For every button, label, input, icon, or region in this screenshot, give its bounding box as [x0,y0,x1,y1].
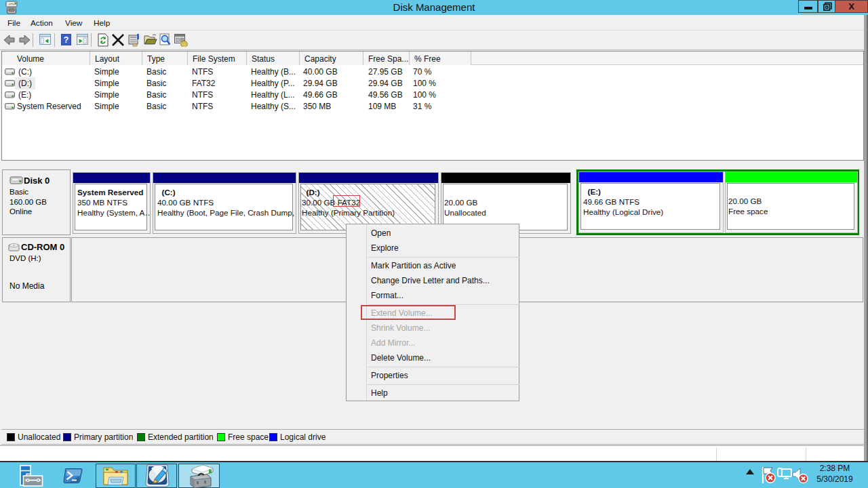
svg-text:?: ? [64,35,69,45]
